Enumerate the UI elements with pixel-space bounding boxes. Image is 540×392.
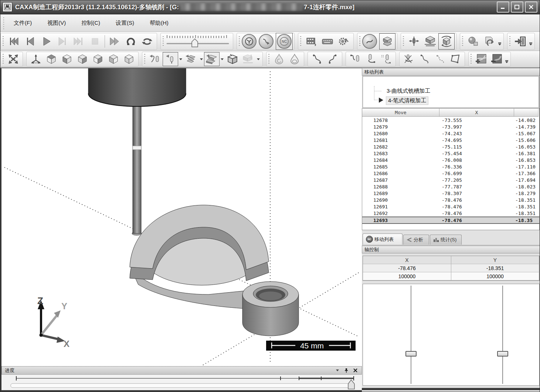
- sphere-button[interactable]: [465, 33, 481, 50]
- close-button[interactable]: [525, 1, 537, 13]
- coolant-drop-button[interactable]: [271, 52, 287, 66]
- table-row[interactable]: 12681-74.695-15.606: [362, 137, 539, 143]
- machine-sim-button[interactable]: [422, 33, 438, 50]
- toolbar-grip[interactable]: [462, 35, 463, 47]
- minimize-button[interactable]: [497, 1, 509, 13]
- cube-top-button[interactable]: [44, 52, 59, 66]
- table-row[interactable]: 12687-77.205-17.694: [362, 177, 539, 183]
- maximize-button[interactable]: [511, 1, 523, 13]
- refresh-button[interactable]: [139, 33, 155, 50]
- show-tool-button[interactable]: [163, 52, 178, 66]
- cube-right-button[interactable]: [106, 52, 121, 66]
- menu-help[interactable]: 帮助(H): [145, 17, 174, 29]
- simulation-speed-slider[interactable]: [166, 34, 231, 49]
- title-bar[interactable]: CAXA制造工程师2013r3 (11.2.1435.10612)-多轴铣削 -…: [0, 0, 540, 14]
- dropdown-caret[interactable]: [200, 58, 203, 60]
- toolbar-grip[interactable]: [300, 35, 302, 47]
- path-tool-button[interactable]: [347, 52, 363, 66]
- iso-axes-button[interactable]: [28, 52, 44, 66]
- x-axis-slider-handle[interactable]: [405, 351, 417, 357]
- fit-view-button[interactable]: [6, 52, 21, 66]
- table-row[interactable]: 12690-78.476-18.351: [362, 197, 539, 203]
- progress-slider-track[interactable]: [11, 384, 354, 388]
- progress-close-button[interactable]: [352, 368, 359, 374]
- play-button[interactable]: [38, 33, 54, 50]
- x-axis-slider-track[interactable]: [411, 286, 411, 384]
- collapse-button[interactable]: [334, 368, 341, 374]
- go-start-button[interactable]: [6, 33, 22, 50]
- menu-control[interactable]: 控制(C): [76, 17, 105, 29]
- path-curve-button[interactable]: [309, 52, 325, 66]
- show-box-button[interactable]: [225, 52, 240, 66]
- toolbar-grip[interactable]: [359, 35, 361, 47]
- fast-forward-button[interactable]: [106, 33, 123, 50]
- progress-slider-thumb[interactable]: [348, 380, 354, 389]
- cube-iso-button[interactable]: [121, 52, 137, 66]
- path-edit-3-button[interactable]: [432, 52, 448, 66]
- toolbar-grip[interactable]: [162, 35, 164, 47]
- path-curve-2-button[interactable]: [325, 52, 340, 66]
- dropdown-caret[interactable]: [498, 42, 501, 45]
- nc-code-button[interactable]: NC: [277, 34, 292, 49]
- menu-settings[interactable]: 设置(S): [111, 17, 139, 29]
- table-row[interactable]: 12688-77.787-18.023: [362, 183, 539, 190]
- curve-sim-button[interactable]: [362, 34, 377, 49]
- progress-timeline[interactable]: [1, 375, 361, 390]
- exit-button[interactable]: [512, 33, 529, 50]
- speed-slider-thumb[interactable]: [192, 39, 198, 47]
- show-stock-button[interactable]: [204, 52, 220, 66]
- loop-button[interactable]: [123, 33, 139, 50]
- y-axis-slider-track[interactable]: [502, 286, 503, 384]
- cube-back-button[interactable]: [75, 52, 90, 66]
- menu-grip[interactable]: [3, 17, 5, 29]
- step-forward-button[interactable]: [54, 33, 71, 50]
- cube-front-button[interactable]: [59, 52, 75, 66]
- go-end-button[interactable]: [71, 33, 87, 50]
- col-move[interactable]: Move: [362, 109, 439, 117]
- toolbar-grip[interactable]: [2, 35, 4, 47]
- dropdown-caret[interactable]: [505, 60, 508, 63]
- rotate-cube-button[interactable]: [439, 34, 454, 48]
- y-axis-slider-handle[interactable]: [497, 351, 508, 357]
- path-polygon-button[interactable]: [448, 52, 463, 66]
- dropdown-caret[interactable]: [257, 58, 260, 60]
- toolbar-grip[interactable]: [2, 53, 4, 65]
- step-back-button[interactable]: [22, 33, 38, 50]
- path-edit-button[interactable]: [401, 52, 417, 66]
- toolbar-grip[interactable]: [509, 35, 511, 47]
- dropdown-caret[interactable]: [221, 58, 224, 60]
- table-row[interactable]: 12685-76.336-17.110: [362, 163, 539, 170]
- keyboard-button[interactable]: [319, 33, 336, 50]
- dropdown-caret[interactable]: [529, 42, 532, 45]
- toolbar-grip[interactable]: [238, 35, 240, 47]
- cube-left-button[interactable]: [90, 52, 106, 66]
- texture-remove-button[interactable]: [489, 52, 505, 66]
- path-tool-2-button[interactable]: [363, 52, 378, 66]
- table-row[interactable]: 12683-75.454-16.381: [362, 150, 539, 157]
- copy-rotate-button[interactable]: [481, 33, 497, 50]
- table-row[interactable]: 12691-78.476-18.351: [362, 203, 539, 210]
- table-row[interactable]: 12692-78.476-18.351: [362, 210, 539, 217]
- video-record-button[interactable]: [303, 33, 319, 50]
- table-row[interactable]: 12680-74.243-15.067: [362, 130, 539, 137]
- show-workpiece-button[interactable]: [183, 52, 199, 66]
- tree-item-operation-4[interactable]: 4-笔式清根加工: [386, 96, 428, 105]
- current-move-row[interactable]: 12693-78.476-18.35: [362, 217, 539, 224]
- toolbar-grip[interactable]: [144, 53, 146, 65]
- table-row[interactable]: 12682-75.115-16.053: [362, 143, 539, 150]
- menu-file[interactable]: 文件(F): [9, 17, 37, 29]
- stop-button[interactable]: [87, 33, 103, 50]
- dropdown-caret[interactable]: [179, 58, 182, 60]
- col-y[interactable]: [514, 109, 539, 117]
- table-row[interactable]: 12686-76.699-17.366: [362, 170, 539, 177]
- speed-dial-button[interactable]: [242, 34, 257, 49]
- path-tool-3-button[interactable]: [378, 52, 394, 66]
- toolbar-grip[interactable]: [403, 35, 404, 47]
- tool-axis-button[interactable]: [406, 33, 422, 50]
- tab-analysis[interactable]: 分析: [403, 235, 429, 245]
- tree-item-operation-3[interactable]: 3-曲线式铣槽加工: [387, 88, 430, 95]
- coolant-drop-2-button[interactable]: [287, 52, 302, 66]
- col-x[interactable]: X: [439, 109, 514, 117]
- texture-add-button[interactable]: [473, 52, 489, 66]
- table-row[interactable]: 12678-73.555-14.082: [362, 117, 539, 123]
